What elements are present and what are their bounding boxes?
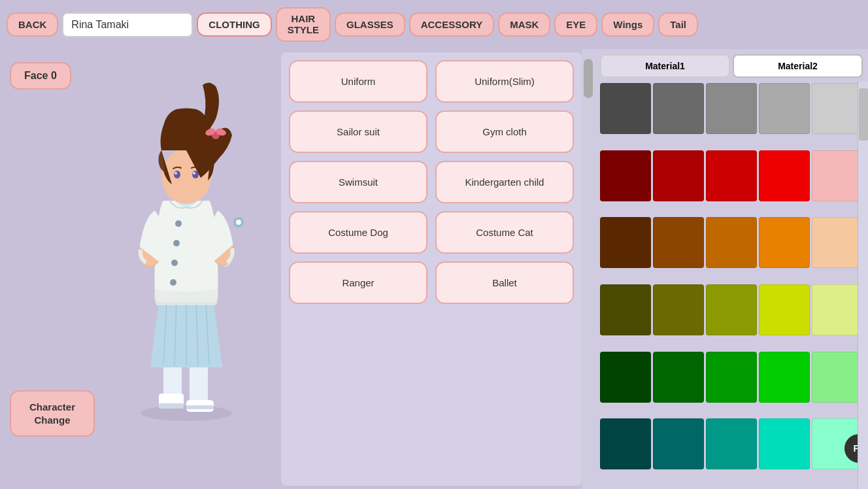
color-swatch-dark-red[interactable] [600,150,651,201]
character-area [92,49,281,489]
tab-mask[interactable]: MASK [498,12,550,37]
color-swatch-yellow-green[interactable] [706,284,757,335]
clothing-item-sailor-suit[interactable]: Sailor suit [289,110,427,153]
material1-tab[interactable]: Material1 [600,54,730,78]
svg-point-16 [170,279,176,286]
color-panel-scrollbar[interactable] [858,82,868,489]
middle-section: Uniform Uniform(Slim) Sailor suit Gym cl… [281,49,868,489]
color-swatch-very-dark-green[interactable] [600,352,651,403]
color-swatch-teal[interactable] [653,418,704,469]
color-swatch-dark-green[interactable] [653,352,704,403]
color-swatch-dark-gray[interactable] [600,83,651,134]
tab-glasses[interactable]: GLASSES [335,12,405,37]
svg-point-22 [193,172,195,175]
tab-eye[interactable]: EYE [554,12,597,37]
color-swatch-dark-olive[interactable] [600,284,651,335]
clothing-item-ballet[interactable]: Ballet [435,261,574,304]
tab-hairstyle[interactable]: HAIR STYLE [276,7,331,42]
tab-wings[interactable]: Wings [601,12,654,37]
svg-rect-6 [159,403,184,409]
tab-clothing[interactable]: CLOTHING [197,12,271,37]
color-swatch-light-green[interactable] [812,352,863,403]
color-swatch-dark-teal[interactable] [600,418,651,469]
color-panel: Material1 Material2 [595,49,868,489]
clothing-item-ranger[interactable]: Ranger [289,261,427,304]
color-swatch-red[interactable] [706,150,757,201]
back-button[interactable]: BACK [7,12,58,37]
svg-point-15 [171,260,178,266]
color-swatch-bright-green[interactable] [759,352,810,403]
color-swatch-bright-red[interactable] [759,150,810,201]
clothing-grid: Uniform Uniform(Slim) Sailor suit Gym cl… [289,60,574,304]
clothing-panel: Uniform Uniform(Slim) Sailor suit Gym cl… [281,52,582,486]
face-button[interactable]: Face 0 [10,62,71,90]
clothing-item-uniform-slim[interactable]: Uniform(Slim) [435,60,574,103]
clothing-scrollbar[interactable] [582,49,595,489]
svg-point-19 [174,171,180,178]
svg-point-27 [236,220,241,225]
clothing-item-gym-cloth[interactable]: Gym cloth [435,110,574,153]
material2-tab[interactable]: Material2 [733,54,863,78]
clothing-item-costume-dog[interactable]: Costume Dog [289,211,427,254]
left-panel: Face 0 [0,49,281,489]
color-swatch-light-gray[interactable] [759,83,810,134]
color-grid [600,83,863,484]
svg-point-21 [175,172,177,175]
clothing-item-swimsuit[interactable]: Swimsuit [289,161,427,203]
color-swatch-brown[interactable] [653,217,704,268]
color-swatch-green[interactable] [706,352,757,403]
color-swatch-orange-brown[interactable] [706,217,757,268]
tab-tail[interactable]: Tail [658,12,698,37]
color-panel-scroll-thumb[interactable] [859,88,868,141]
svg-point-13 [175,220,182,227]
tab-accessory[interactable]: ACCESSORY [409,12,494,37]
color-swatch-light-yellow[interactable] [812,284,863,335]
color-swatch-gray[interactable] [653,83,704,134]
scroll-thumb[interactable] [584,59,593,98]
color-swatch-medium-teal[interactable] [706,418,757,469]
top-bar: BACK CLOTHING HAIR STYLE GLASSES ACCESSO… [0,0,868,49]
color-swatch-dark-brown[interactable] [600,217,651,268]
clothing-item-kindergarten[interactable]: Kindergarten child [435,161,574,203]
color-swatch-medium-red[interactable] [653,150,704,201]
color-swatch-pink[interactable] [812,150,863,201]
character-figure [101,80,271,459]
svg-point-14 [173,240,180,246]
color-swatch-yellow[interactable] [759,284,810,335]
color-swatch-medium-gray[interactable] [706,83,757,134]
color-swatch-cyan[interactable] [759,418,810,469]
color-swatch-light-orange[interactable] [812,217,863,268]
main-area: Face 0 [0,49,868,489]
clothing-item-uniform[interactable]: Uniform [289,60,427,103]
color-swatch-very-light-gray[interactable] [812,83,863,134]
svg-rect-7 [186,405,214,409]
material-tabs: Material1 Material2 [600,54,863,78]
character-change-button[interactable]: Character Change [10,390,95,437]
color-swatch-orange[interactable] [759,217,810,268]
color-swatch-olive[interactable] [653,284,704,335]
character-name-input[interactable] [62,12,193,37]
clothing-item-costume-cat[interactable]: Costume Cat [435,211,574,254]
